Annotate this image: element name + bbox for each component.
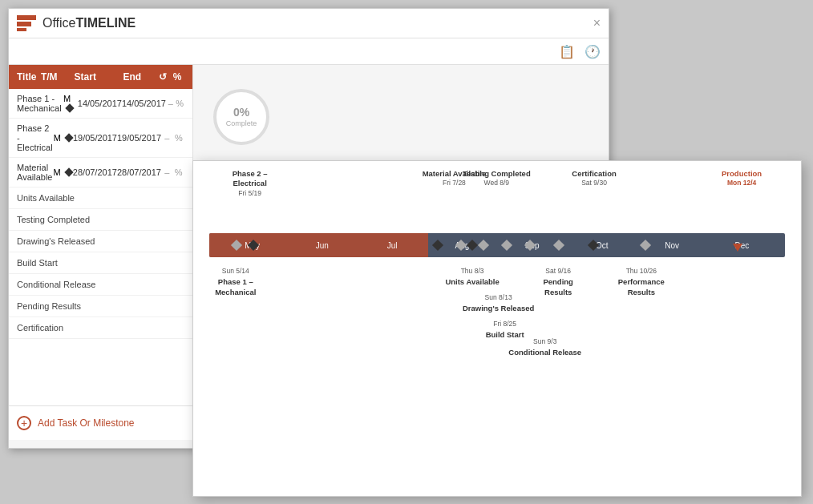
milestone-performance-below: Thu 10/26 PerformanceResults bbox=[618, 267, 665, 297]
milestone-production: Production Mon 12/4 bbox=[722, 169, 762, 187]
app-title-office: Office bbox=[42, 16, 76, 30]
milestone-units-below: Thu 8/3 Units Available bbox=[445, 267, 499, 287]
row-refresh: – bbox=[166, 99, 176, 108]
milestones-above: Phase 2 – Electrical Fri 5/19 Material A… bbox=[209, 169, 785, 233]
close-button[interactable]: × bbox=[593, 16, 601, 30]
title-bar-left: OfficeTIMELINE bbox=[17, 15, 136, 31]
add-circle-icon: + bbox=[17, 416, 31, 430]
header-tm: T/M bbox=[36, 71, 62, 83]
row-title: Material Available bbox=[17, 163, 52, 182]
timeline-window: Phase 2 – Electrical Fri 5/19 Material A… bbox=[192, 160, 802, 497]
app-title: OfficeTIMELINE bbox=[42, 16, 136, 30]
header-refresh: ↺ bbox=[156, 71, 170, 83]
header-start: Start bbox=[62, 71, 109, 83]
triangle-production bbox=[733, 244, 742, 252]
row-end: 28/07/2017 bbox=[117, 167, 161, 177]
row-start: 14/05/2017 bbox=[78, 99, 122, 108]
header-title: Title bbox=[17, 71, 36, 83]
milestone-pending-below: Sat 9/16 PendingResults bbox=[543, 267, 572, 297]
timeline-bar: May Jun Jul Aug Sep Oct Nov Dec bbox=[209, 233, 785, 257]
clock-icon[interactable]: 🕐 bbox=[584, 43, 601, 59]
table-row[interactable]: Phase 2 - Electrical M 19/05/2017 19/05/… bbox=[9, 119, 192, 158]
timeline-area: Phase 2 – Electrical Fri 5/19 Material A… bbox=[193, 161, 801, 496]
list-item[interactable]: Conditional Release bbox=[9, 274, 192, 296]
toolbar: 📋 🕐 bbox=[9, 38, 609, 65]
row-pct: % bbox=[175, 99, 184, 108]
milestone-phase1-below: Sun 5/14 Phase 1 –Mechanical bbox=[215, 267, 256, 297]
progress-label: Complete bbox=[226, 119, 257, 127]
row-refresh: – bbox=[161, 167, 173, 177]
month-jul: Jul bbox=[358, 241, 427, 250]
add-task-label: Add Task Or Milestone bbox=[38, 417, 135, 429]
row-tm: M bbox=[53, 133, 73, 143]
list-item[interactable]: Drawing's Released bbox=[9, 231, 192, 252]
list-item-build-start[interactable]: Build Start bbox=[9, 252, 192, 274]
add-task-button[interactable]: + Add Task Or Milestone bbox=[9, 405, 192, 440]
milestone-conditional-below: Sun 9/3 Conditional Release bbox=[508, 337, 581, 357]
table-rows: Phase 1 - Mechanical M 14/05/2017 14/05/… bbox=[9, 89, 192, 405]
header-pct: % bbox=[170, 71, 184, 83]
table-header: Title T/M Start End ↺ % bbox=[9, 65, 192, 89]
table-row[interactable]: Phase 1 - Mechanical M 14/05/2017 14/05/… bbox=[9, 89, 192, 119]
list-item[interactable]: Certification bbox=[9, 317, 192, 339]
progress-value: 0% bbox=[233, 107, 249, 118]
list-item[interactable]: Units Available bbox=[9, 187, 192, 209]
month-jun: Jun bbox=[287, 241, 357, 250]
milestone-certification-above: Certification Sat 9/30 bbox=[572, 169, 616, 187]
clipboard-icon[interactable]: 📋 bbox=[559, 43, 575, 59]
row-refresh: – bbox=[161, 133, 172, 143]
milestone-testing-completed: Testing Completed Wed 8/9 bbox=[463, 169, 531, 187]
row-tm: M bbox=[52, 167, 72, 177]
progress-circle: 0% Complete bbox=[213, 89, 269, 145]
logo-icon bbox=[17, 15, 36, 31]
milestone-drawings-below: Sun 8/13 Drawing's Released bbox=[463, 293, 534, 313]
milestone-phase2: Phase 2 – Electrical Fri 5/19 bbox=[233, 169, 268, 198]
row-end: 14/05/2017 bbox=[122, 99, 166, 108]
row-start: 19/05/2017 bbox=[73, 133, 117, 143]
month-oct: Oct bbox=[567, 241, 637, 250]
table-row[interactable]: Material Available M 28/07/2017 28/07/20… bbox=[9, 158, 192, 187]
list-item-testing-completed[interactable]: Testing Completed bbox=[9, 209, 192, 231]
month-labels: May Jun Jul Aug Sep Oct Nov Dec bbox=[209, 241, 785, 250]
row-tm: M bbox=[62, 94, 78, 113]
left-panel: Title T/M Start End ↺ % Phase 1 - Mechan… bbox=[9, 65, 193, 440]
list-item[interactable]: Pending Results bbox=[9, 296, 192, 317]
row-title: Phase 2 - Electrical bbox=[17, 123, 53, 152]
title-bar: OfficeTIMELINE × bbox=[9, 9, 609, 38]
row-title: Phase 1 - Mechanical bbox=[17, 94, 62, 113]
milestones-below: Sun 5/14 Phase 1 –Mechanical Thu 8/3 Uni… bbox=[209, 257, 785, 361]
row-pct: % bbox=[173, 133, 184, 143]
header-end: End bbox=[108, 71, 156, 83]
row-end: 19/05/2017 bbox=[117, 133, 161, 143]
app-title-timeline: TIMELINE bbox=[76, 16, 136, 30]
row-start: 28/07/2017 bbox=[73, 167, 117, 177]
row-pct: % bbox=[172, 167, 184, 177]
